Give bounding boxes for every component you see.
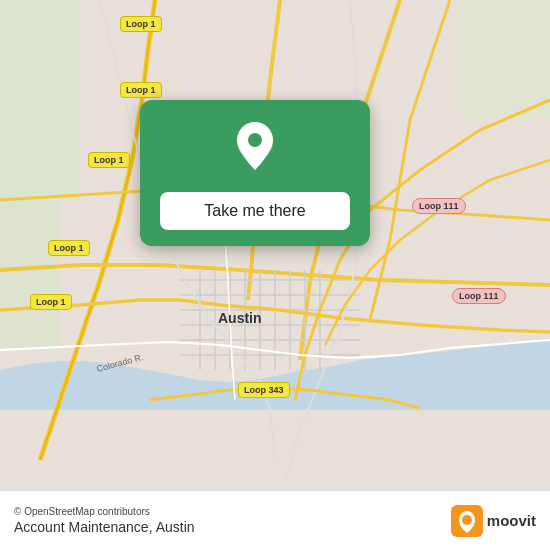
map-container: Loop 1 Loop 1 Loop 1 Loop 1 Loop 1 Loop …	[0, 0, 550, 490]
loop1-label-2: Loop 1	[88, 152, 130, 168]
take-me-there-button[interactable]: Take me there	[160, 192, 350, 230]
loop1-label-4: Loop 1	[30, 294, 72, 310]
moovit-logo: moovit	[451, 505, 536, 537]
location-pin-icon	[231, 120, 279, 182]
page-title: Account Maintenance, Austin	[14, 519, 195, 535]
bottom-bar: © OpenStreetMap contributors Account Mai…	[0, 490, 550, 550]
loop343-label: Loop 343	[238, 382, 290, 398]
loop111-label-2: Loop 111	[452, 288, 506, 304]
loop1-label-1: Loop 1	[120, 82, 162, 98]
loop1-label-3: Loop 1	[48, 240, 90, 256]
popup-card: Take me there	[140, 100, 370, 246]
austin-city-label: Austin	[218, 310, 262, 326]
attribution-text: © OpenStreetMap contributors	[14, 506, 195, 517]
moovit-logo-icon	[451, 505, 483, 537]
svg-rect-1	[0, 0, 80, 200]
moovit-text: moovit	[487, 512, 536, 529]
svg-rect-2	[0, 200, 60, 350]
svg-point-21	[248, 133, 262, 147]
loop111-label-1: Loop 111	[412, 198, 466, 214]
svg-rect-3	[460, 0, 550, 120]
loop1-label-top: Loop 1	[120, 16, 162, 32]
svg-point-23	[462, 515, 472, 525]
